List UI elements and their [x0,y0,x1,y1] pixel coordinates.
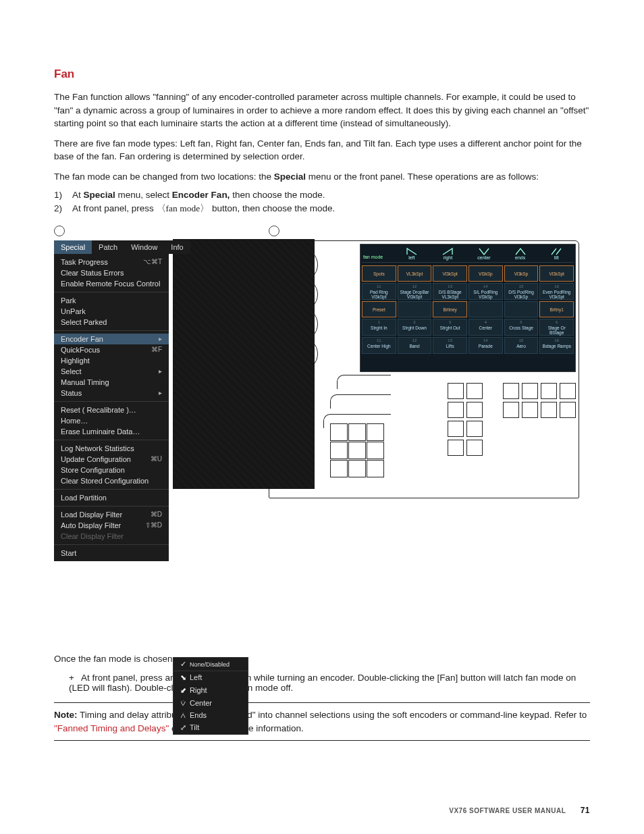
palette-cell[interactable]: 16Even PodRing Vl3kSpt [539,283,574,300]
menu-item-status[interactable]: Status▸ [54,388,169,398]
menu-item-auto-filter[interactable]: Auto Display Filter⇧⌘D [54,520,169,531]
menu-item-task-progress[interactable]: Task Progress⌥⌘T [54,257,169,267]
menu-item-encoder-fan[interactable]: Encoder Fan▸ [54,334,169,344]
fan-tilt-icon [550,247,562,255]
palette-cell[interactable]: 4Center [468,319,503,336]
panel-button[interactable] [448,421,464,437]
panel-button[interactable] [541,383,557,399]
palette-cell[interactable]: 11Pad Ring Vl3kSpt [362,283,396,300]
palette-cell[interactable]: 2Strght Down [398,319,432,336]
note-link[interactable]: "Fanned Timing and Delays" [54,723,169,733]
panel-button[interactable] [522,383,538,399]
menu-item-start[interactable]: Start [54,548,169,558]
palette-cell[interactable] [398,301,432,317]
submenu-item-ends[interactable]: ⩑Ends [173,709,248,721]
menu-item-reset[interactable]: Reset ( Recalibrate )… [54,405,169,415]
panel-button[interactable] [448,383,464,399]
menu-item-update-cfg[interactable]: Update Configuration⌘U [54,454,169,465]
menu-tab-window[interactable]: Window [124,240,164,254]
palette-cell[interactable]: Vl3kSpt [539,265,574,282]
palette-cell[interactable]: Vl3kSp [504,265,539,282]
fan-mode-tilt[interactable]: tilt [539,246,574,261]
panel-button[interactable] [560,383,576,399]
panel-button[interactable] [348,460,366,477]
panel-button[interactable] [560,402,576,418]
menu-tab-patch[interactable]: Patch [92,240,124,254]
panel-button[interactable] [367,423,384,441]
panel-button[interactable] [330,442,348,459]
menu-item-clear-status[interactable]: Clear Status Errors [54,267,169,278]
menu-tab-info[interactable]: Info [164,240,190,254]
panel-button[interactable] [330,423,348,441]
panel-button[interactable] [522,402,538,418]
paragraph-intro: The Fan function allows "fanning" of any… [54,90,590,130]
palette-cell[interactable]: 13D/S BStage VL3kSpt [433,283,467,300]
menu-item-log-net[interactable]: Log Network Statistics [54,443,169,454]
fan-mode-right[interactable]: right [431,246,466,261]
palette-cell[interactable]: 5Cross Stage [504,319,539,336]
panel-button[interactable] [466,421,483,437]
palette-cell[interactable]: 1Strght In [362,319,396,336]
panel-button[interactable] [348,442,366,459]
panel-button[interactable] [367,460,384,477]
palette-cell[interactable]: Preset [362,301,396,317]
menu-item-enable-remote[interactable]: Enable Remote Focus Control [54,278,169,289]
menu-item-erase[interactable]: Erase Luminaire Data… [54,426,169,437]
button-blocks [448,383,574,454]
menu-item-quickfocus[interactable]: QuickFocus⌘F [54,344,169,355]
panel-button[interactable] [348,423,366,441]
palette-cell[interactable] [504,301,539,317]
menu-item-unpark[interactable]: UnPark [54,306,169,317]
menu-item-park[interactable]: Park [54,295,169,306]
submenu-item-tilt[interactable]: ⤢Tilt [173,721,248,734]
palette-cell[interactable]: Vl3kSp [468,265,503,282]
fan-mode-left[interactable]: left [394,246,429,261]
palette-cell[interactable]: 11Center High [362,337,396,354]
palette-cell[interactable]: 14Parade [468,337,503,354]
submenu-item-right[interactable]: ⬋Right [173,684,248,697]
panel-button[interactable] [466,440,483,456]
submenu-item-none[interactable]: ✓None/Disabled [173,658,248,671]
menu-item-load-partition[interactable]: Load Partition [54,492,169,503]
submenu-item-left[interactable]: ⬊Left [173,671,248,684]
menu-item-manual-timing[interactable]: Manual Timing [54,377,169,388]
panel-button[interactable] [448,440,464,456]
text: The fan mode can be changed from two loc… [54,172,274,182]
palette-cell[interactable]: 6Stage Or BStage [539,319,574,336]
fan-mode-ends[interactable]: ends [503,246,538,261]
palette-cell[interactable]: 15D/S PodRing Vl3kSp [504,283,539,300]
menu-item-select-parked[interactable]: Select Parked [54,317,169,328]
panel-button[interactable] [541,402,557,418]
panel-button[interactable] [330,460,348,477]
palette-cell[interactable]: 12Band [398,337,432,354]
palette-cell[interactable]: Vl3kSpt [433,265,467,282]
menu-item-load-filter[interactable]: Load Display Filter⌘D [54,509,169,520]
menu-item-home[interactable]: Home… [54,415,169,426]
menu-item-store-cfg[interactable]: Store Configuration [54,465,169,475]
palette-cell[interactable]: 16Bstage Ramps [539,337,574,354]
palette-cell[interactable]: 12Stage DropBar Vl3kSpt [398,283,432,300]
panel-button[interactable] [367,442,384,459]
panel-button[interactable] [448,402,464,418]
menu-tab-special[interactable]: Special [54,240,92,254]
menu-item-select[interactable]: Select▸ [54,366,169,377]
palette-cell[interactable]: 13Lifts [433,337,467,354]
submenu-item-center[interactable]: ⩒Center [173,697,248,709]
menu-item-clear-cfg[interactable]: Clear Stored Configuration [54,475,169,486]
palette-cell[interactable]: Britney [433,301,467,317]
palette-cell[interactable]: 14S/L PodRing Vl3kSp [468,283,503,300]
menu-item-highlight[interactable]: Highlight [54,355,169,366]
panel-button[interactable] [503,402,519,418]
pin-icon [269,226,279,236]
menu-backdrop [173,239,315,489]
panel-button[interactable] [466,383,483,399]
fan-mode-center[interactable]: center [466,246,502,261]
palette-cell[interactable] [468,301,503,317]
palette-cell[interactable]: 15Aero [504,337,539,354]
panel-button[interactable] [466,402,483,418]
panel-button[interactable] [503,383,519,399]
palette-cell[interactable]: VL3kSpt [398,265,432,282]
palette-cell[interactable]: Britny1 [539,301,574,317]
palette-cell[interactable]: Spots [362,265,396,282]
palette-cell[interactable]: 3Strght Out [433,319,467,336]
